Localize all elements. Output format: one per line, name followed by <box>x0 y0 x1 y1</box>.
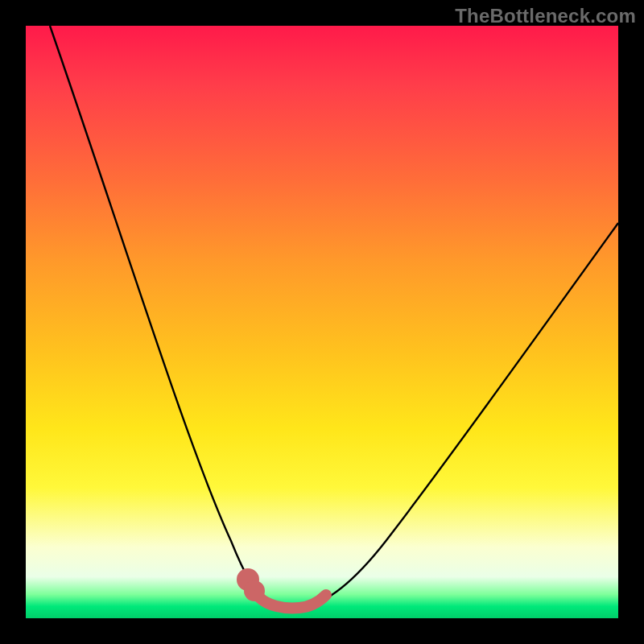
watermark-text: TheBottleneck.com <box>455 5 636 27</box>
bottleneck-curve <box>26 26 618 618</box>
plot-area <box>26 26 618 618</box>
marker-band <box>242 574 326 608</box>
curve-path <box>50 26 618 608</box>
chart-frame: TheBottleneck.com <box>0 0 644 644</box>
